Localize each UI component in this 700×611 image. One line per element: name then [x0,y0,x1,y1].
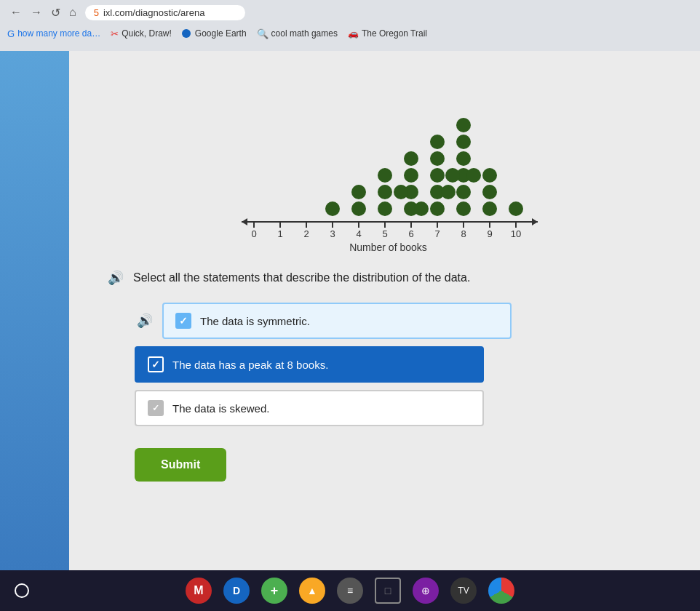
bookmark-label: cool math games [271,28,338,39]
taskbar-menu[interactable]: ≡ [337,578,363,604]
taskbar-docs[interactable]: D [223,578,250,604]
svg-point-29 [378,185,392,199]
option-1-box[interactable]: ✓ The data is symmetric. [162,303,512,339]
svg-point-39 [430,135,445,149]
taskbar-plus[interactable]: + [261,578,287,604]
address-bar[interactable]: 5 ixl.com/diagnostic/arena [85,5,245,20]
svg-point-48 [482,168,497,183]
forward-button[interactable]: → [28,4,45,20]
option-1-text: The data is symmetric. [200,315,310,327]
earth-icon [182,29,191,38]
svg-point-34 [404,151,418,166]
svg-point-44 [456,135,471,149]
car-icon: 🚗 [348,28,359,39]
svg-text:1: 1 [277,228,282,239]
checkmark-1: ✓ [179,315,188,327]
svg-point-26 [351,201,366,216]
option-2-checkbox[interactable]: ✓ [148,356,164,372]
option-3-text: The data is skewed. [172,402,269,415]
option-row-2: ✓ The data has a peak at 8 books. [135,346,671,383]
option1-audio-icon[interactable]: 🔊 [135,311,155,331]
svg-text:10: 10 [510,228,520,239]
question-audio-icon[interactable]: 🔊 [106,268,126,288]
svg-point-33 [404,168,418,183]
svg-point-51 [394,185,408,199]
svg-point-54 [466,168,481,183]
taskbar-circle [15,583,29,598]
svg-point-30 [378,168,392,183]
svg-text:5: 5 [382,228,387,239]
bookmark-label: how many more da… [17,28,100,39]
svg-marker-2 [532,218,538,225]
svg-point-43 [456,151,471,166]
svg-point-53 [445,168,460,183]
checkmark-2: ✓ [151,359,160,370]
svg-point-25 [325,201,340,216]
bookmark-label: Quick, Draw! [122,28,172,39]
submit-section: Submit [135,448,671,482]
svg-point-37 [430,168,445,183]
svg-text:6: 6 [408,228,413,239]
bookmark-label: The Oregon Trail [362,28,427,39]
coolmath-icon: 🔍 [257,28,269,39]
bookmark-earth[interactable]: Google Earth [182,28,247,39]
site-icon: 5 [94,7,99,18]
svg-marker-1 [242,218,247,225]
svg-point-40 [456,201,471,216]
svg-point-50 [414,201,429,216]
address-bar-row: ← → ↺ ⌂ 5 ixl.com/diagnostic/arena [0,0,700,23]
url-text: ixl.com/diagnostic/arena [103,7,204,18]
svg-point-35 [430,201,445,216]
svg-text:2: 2 [303,228,309,239]
taskbar-chrome[interactable] [488,578,514,604]
bookmark-label: Google Earth [195,28,247,39]
home-button[interactable]: ⌂ [66,4,79,20]
bookmark-google[interactable]: G how many more da… [7,28,100,39]
nav-buttons: ← → ↺ ⌂ [7,4,79,21]
dot-plot-chart: 0 1 2 3 4 5 6 7 8 [228,65,549,240]
browser-chrome: ← → ↺ ⌂ 5 ixl.com/diagnostic/arena G how… [0,0,700,51]
option-3-box[interactable]: ✓ The data is skewed. [135,390,484,426]
bookmark-coolmath[interactable]: 🔍 cool math games [257,28,338,39]
axis-label: Number of books [349,241,427,253]
google-icon: G [7,28,15,39]
option-2-text: The data has a peak at 8 books. [172,359,328,371]
option-3-checkbox[interactable]: ✓ [148,400,164,416]
taskbar-drive[interactable]: ▲ [299,578,325,604]
option-2-box[interactable]: ✓ The data has a peak at 8 books. [135,346,484,383]
bookmark-oregon[interactable]: 🚗 The Oregon Trail [348,28,427,39]
question-text-container: 🔊 Select all the statements that describ… [106,268,671,288]
reload-button[interactable]: ↺ [48,4,63,21]
svg-point-46 [482,201,497,216]
question-section: 🔊 Select all the statements that describ… [106,268,671,482]
svg-text:3: 3 [330,228,335,239]
option-1-checkbox[interactable]: ✓ [175,313,191,329]
option-row-3: ✓ The data is skewed. [135,390,671,426]
svg-point-41 [456,185,471,199]
svg-text:0: 0 [251,228,256,239]
taskbar-tv[interactable]: TV [450,578,477,604]
question-text: Select all the statements that describe … [133,271,470,284]
main-content: 0 1 2 3 4 5 6 7 8 [0,51,700,570]
svg-text:8: 8 [461,228,466,239]
svg-text:4: 4 [356,228,361,239]
svg-text:7: 7 [434,228,440,239]
svg-point-49 [509,201,523,216]
svg-point-52 [441,185,456,199]
taskbar-search[interactable]: ⊕ [413,578,439,604]
submit-button[interactable]: Submit [135,448,226,482]
left-sidebar [0,51,69,570]
svg-point-47 [482,185,497,199]
checkmark-3: ✓ [152,403,159,413]
scissors-icon: ✂ [111,28,119,39]
taskbar: M D + ▲ ≡ □ ⊕ TV [0,570,700,611]
taskbar-gmail[interactable]: M [186,578,212,604]
svg-text:9: 9 [487,228,492,239]
svg-point-38 [430,151,445,166]
option-row-1: 🔊 ✓ The data is symmetric. [135,303,671,339]
dot-plot-container: 0 1 2 3 4 5 6 7 8 [106,65,671,253]
content-area: 0 1 2 3 4 5 6 7 8 [69,51,700,570]
taskbar-window[interactable]: □ [375,578,401,604]
bookmark-quickdraw[interactable]: ✂ Quick, Draw! [111,28,172,39]
back-button[interactable]: ← [7,4,25,20]
